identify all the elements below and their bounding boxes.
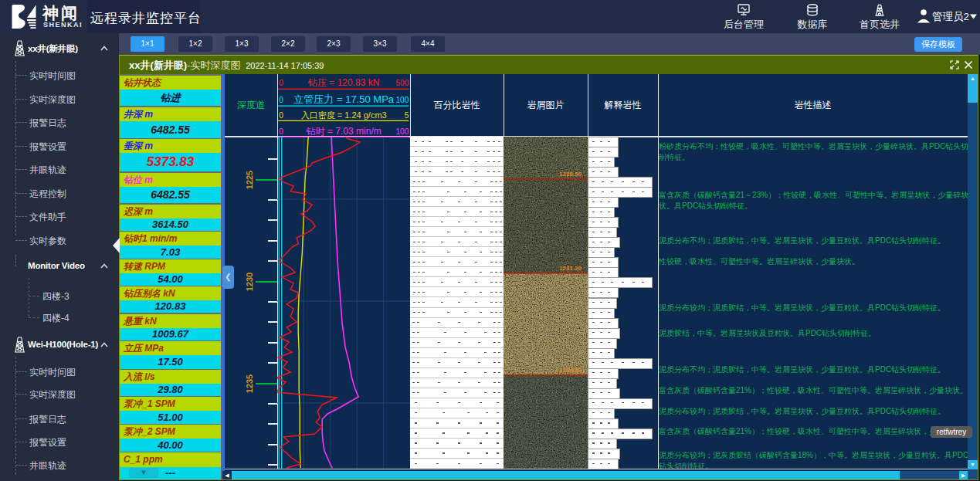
svg-text:1231.20: 1231.20	[559, 265, 582, 272]
svg-text:0: 0	[279, 111, 283, 120]
svg-text:100: 100	[396, 96, 409, 104]
svg-text:0: 0	[279, 127, 283, 136]
svg-text:入口密度 = 1.24 g/cm3: 入口密度 = 1.24 g/cm3	[301, 110, 387, 120]
svg-text:5: 5	[405, 111, 409, 120]
svg-text:钻压 = 120.83 kN: 钻压 = 120.83 kN	[307, 77, 379, 88]
svg-text:500: 500	[396, 79, 409, 87]
svg-text:1228.50: 1228.50	[559, 171, 582, 178]
svg-text:0: 0	[279, 96, 283, 104]
svg-text:100: 100	[396, 127, 409, 136]
svg-text:1234.00: 1234.00	[559, 367, 582, 374]
svg-text:立管压力 = 17.50 MPa: 立管压力 = 17.50 MPa	[293, 93, 394, 105]
svg-text:0: 0	[279, 79, 283, 87]
svg-text:钻时 = 7.03 min/m: 钻时 = 7.03 min/m	[306, 126, 381, 137]
